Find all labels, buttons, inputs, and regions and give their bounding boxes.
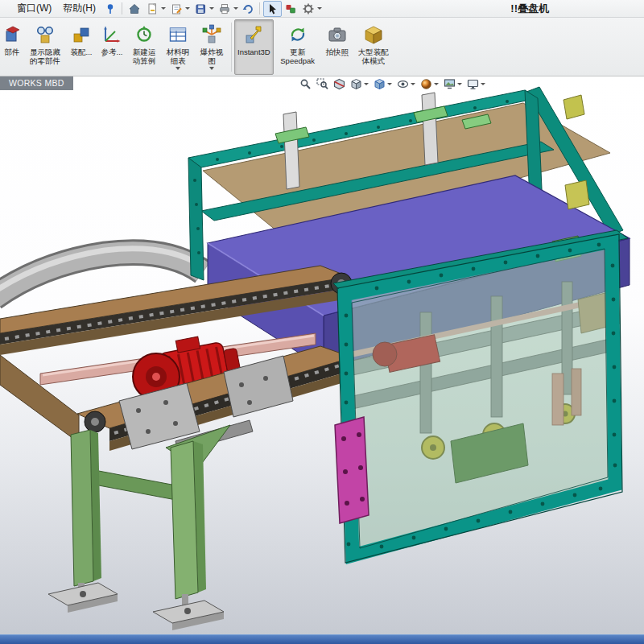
select-cursor-icon[interactable] xyxy=(263,1,282,17)
ribbon-button-label: 材料明细表 xyxy=(164,47,192,65)
ribbon-button-label: Instant3D xyxy=(237,47,270,56)
update-speedpak-icon xyxy=(287,23,309,46)
undo-icon[interactable] xyxy=(239,2,256,16)
menu-window[interactable]: 窗口(W) xyxy=(11,0,57,17)
dropdown-caret[interactable] xyxy=(175,67,180,70)
dropdown-caret[interactable] xyxy=(209,7,214,10)
make-drawing-group[interactable] xyxy=(167,2,191,16)
large-assembly-mode-icon xyxy=(362,23,385,46)
dropdown-caret[interactable] xyxy=(185,7,190,10)
ribbon-toolbar: 部件 显示隐藏的零部件 装配... 参考... 新建运动算例 材料明细表 xyxy=(0,18,644,76)
ribbon-button-instant3d[interactable]: Instant3D xyxy=(234,19,274,75)
green-legs xyxy=(48,425,230,630)
ribbon-button-component[interactable]: 部件 xyxy=(0,19,24,75)
ribbon-button-reference-geometry[interactable]: 参考... xyxy=(97,19,127,75)
ribbon-button-large-assembly-mode[interactable]: 大型装配体模式 xyxy=(353,19,394,75)
new-motion-study-icon xyxy=(133,23,155,46)
dropdown-caret[interactable] xyxy=(233,7,238,10)
home-icon[interactable] xyxy=(126,2,142,16)
new-document-icon[interactable] xyxy=(143,2,160,16)
options-gear-icon[interactable] xyxy=(299,2,316,16)
ribbon-button-update-speedpak[interactable]: 更新Speedpak xyxy=(274,19,322,75)
magenta-plate xyxy=(335,417,369,523)
ribbon-button-exploded-view[interactable]: 爆炸视图 xyxy=(195,19,229,75)
window-title: !!叠盘机 xyxy=(510,2,549,16)
ribbon-button-label: 更新Speedpak xyxy=(277,47,319,65)
make-drawing-icon[interactable] xyxy=(167,2,184,16)
status-bar xyxy=(0,634,644,644)
bill-of-materials-icon xyxy=(167,23,189,46)
apply-scene-icon[interactable] xyxy=(444,78,462,90)
component-icon xyxy=(1,23,23,46)
exploded-view-icon xyxy=(200,23,223,46)
options-group[interactable] xyxy=(299,2,323,16)
ribbon-separator xyxy=(231,23,232,72)
ribbon-button-label: 大型装配体模式 xyxy=(356,47,391,65)
new-document-group[interactable] xyxy=(142,2,167,16)
menu-help[interactable]: 帮助(H) xyxy=(57,0,101,17)
assembly-features-icon xyxy=(70,23,93,46)
print-icon[interactable] xyxy=(216,2,233,16)
take-snapshot-icon xyxy=(326,23,349,46)
save-icon[interactable] xyxy=(192,2,208,16)
dropdown-caret[interactable] xyxy=(364,83,369,85)
cad-model-stacking-machine[interactable] xyxy=(0,76,644,634)
edit-appearance-icon[interactable] xyxy=(420,78,439,90)
zoom-to-fit-icon[interactable] xyxy=(299,78,312,90)
zoom-to-area-icon[interactable] xyxy=(316,78,328,90)
ribbon-button-label: 装配... xyxy=(71,47,93,56)
viewport-3d[interactable]: WORKS MBD xyxy=(0,76,644,634)
ribbon-button-label: 拍快照 xyxy=(325,47,349,56)
ribbon-button-take-snapshot[interactable]: 拍快照 xyxy=(322,19,353,75)
display-style-icon[interactable] xyxy=(374,78,392,90)
conveyor-side-panel xyxy=(0,355,79,443)
ribbon-button-label: 显示隐藏的零部件 xyxy=(27,47,63,65)
ribbon-button-label: 参考... xyxy=(101,47,123,56)
instant3d-icon xyxy=(242,23,265,46)
dropdown-caret[interactable] xyxy=(387,83,392,85)
ribbon-button-label: 部件 xyxy=(5,47,20,56)
rebuild-icon[interactable] xyxy=(282,2,299,16)
tab-solidworks-mbd[interactable]: WORKS MBD xyxy=(0,76,73,90)
show-hidden-components-icon xyxy=(34,23,56,46)
heads-up-view-toolbar xyxy=(299,77,485,90)
dropdown-caret[interactable] xyxy=(457,83,462,85)
dropdown-caret[interactable] xyxy=(411,83,415,85)
view-settings-icon[interactable] xyxy=(467,78,485,90)
ribbon-button-label: 爆炸视图 xyxy=(198,47,225,65)
menubar-separator xyxy=(122,2,122,14)
ribbon-button-new-motion-study[interactable]: 新建运动算例 xyxy=(127,19,161,75)
reference-geometry-icon xyxy=(101,23,123,46)
pin-icon[interactable] xyxy=(101,2,118,16)
dropdown-caret[interactable] xyxy=(434,83,439,85)
ribbon-button-label: 新建运动算例 xyxy=(130,47,158,65)
dropdown-caret[interactable] xyxy=(161,7,166,10)
section-view-icon[interactable] xyxy=(333,78,345,90)
save-group[interactable] xyxy=(191,2,215,16)
menubar-separator xyxy=(259,2,260,14)
print-group[interactable] xyxy=(215,2,239,16)
ribbon-button-bill-of-materials[interactable]: 材料明细表 xyxy=(161,19,195,75)
ribbon-button-assembly-features[interactable]: 装配... xyxy=(66,19,97,75)
dropdown-caret[interactable] xyxy=(317,7,322,10)
hide-show-items-icon[interactable] xyxy=(397,78,415,90)
dropdown-caret[interactable] xyxy=(209,67,214,70)
ribbon-button-show-hidden-components[interactable]: 显示隐藏的零部件 xyxy=(24,19,66,75)
view-orientation-icon[interactable] xyxy=(350,78,369,90)
menu-bar: 窗口(W) 帮助(H) !!叠盘 xyxy=(0,0,644,18)
dropdown-caret[interactable] xyxy=(481,83,485,85)
